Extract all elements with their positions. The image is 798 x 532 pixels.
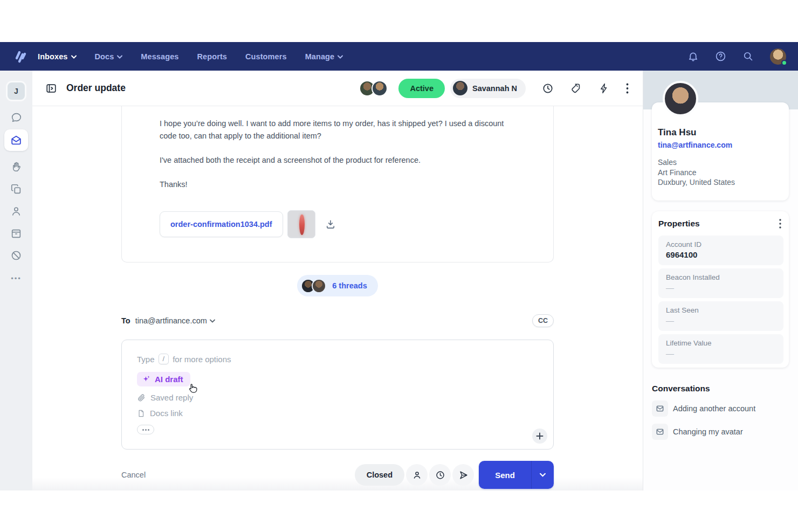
archive-box-icon[interactable] bbox=[10, 227, 22, 239]
attachment-image-thumbnail[interactable] bbox=[287, 210, 315, 238]
threads-expander[interactable]: 6 threads bbox=[297, 275, 377, 296]
left-rail: J bbox=[0, 71, 32, 490]
assignee-selector[interactable]: Savannah N bbox=[450, 79, 526, 98]
help-icon[interactable] bbox=[715, 51, 726, 62]
conversation-item-label: Adding another account bbox=[673, 404, 755, 413]
customer-name: Tina Hsu bbox=[658, 127, 782, 138]
conversation-list-item[interactable]: Adding another account bbox=[652, 400, 789, 417]
property-row[interactable]: Lifetime Value — bbox=[658, 334, 783, 364]
workflows-lightning-icon[interactable] bbox=[598, 82, 610, 94]
snooze-clock-icon[interactable] bbox=[542, 82, 554, 94]
nav-item-customers[interactable]: Customers bbox=[245, 52, 287, 61]
properties-list: Account ID 6964100 Beacon Installed — La… bbox=[658, 236, 783, 364]
download-icon[interactable] bbox=[325, 219, 336, 230]
customer-avatar[interactable] bbox=[663, 81, 698, 116]
envelope-icon bbox=[652, 424, 668, 440]
property-row[interactable]: Beacon Installed — bbox=[658, 268, 783, 298]
mouse-cursor-pointer bbox=[187, 383, 198, 394]
nav-item-inboxes[interactable]: Inboxes bbox=[38, 52, 77, 61]
to-label: To bbox=[121, 316, 130, 325]
property-label: Lifetime Value bbox=[666, 339, 776, 347]
rail-more-icon[interactable]: ••• bbox=[11, 274, 22, 282]
customer-details: Sales Art Finance Duxbury, United States bbox=[658, 157, 782, 188]
send-split-button: Send bbox=[479, 461, 554, 489]
search-icon[interactable] bbox=[742, 51, 754, 62]
customer-sidebar: Tina Hsu tina@artfinance.com Sales Art F… bbox=[643, 71, 798, 490]
status-badge[interactable]: Active bbox=[398, 79, 445, 98]
customers-person-icon[interactable] bbox=[10, 205, 22, 217]
ai-draft-label: AI draft bbox=[155, 375, 183, 384]
user-avatar[interactable] bbox=[770, 49, 786, 65]
chevron-down-icon bbox=[71, 55, 77, 59]
properties-header: Properties bbox=[658, 219, 783, 229]
slash-keycap: / bbox=[159, 354, 169, 364]
snooze-reply-clock-icon[interactable] bbox=[429, 464, 451, 486]
conversation-item-label: Changing my avatar bbox=[673, 427, 743, 436]
nav-item-docs[interactable]: Docs bbox=[95, 52, 123, 61]
conversation-list-item[interactable]: Changing my avatar bbox=[652, 424, 789, 440]
docs-link-option[interactable]: Docs link bbox=[137, 409, 183, 418]
send-options-chevron[interactable] bbox=[531, 461, 554, 489]
send-button[interactable]: Send bbox=[479, 461, 531, 489]
conversation-column: I hope you’re doing well. I want to add … bbox=[121, 106, 554, 489]
document-icon bbox=[137, 409, 145, 418]
ai-draft-option[interactable]: AI draft bbox=[137, 372, 190, 386]
participant-avatar[interactable] bbox=[372, 80, 388, 96]
property-row[interactable]: Account ID 6964100 bbox=[658, 236, 783, 265]
editor-placeholder: Type / for more options bbox=[137, 354, 538, 364]
nav-item-manage[interactable]: Manage bbox=[305, 52, 343, 61]
reply-footer-actions: Closed bbox=[355, 461, 554, 489]
cc-button[interactable]: CC bbox=[532, 314, 554, 327]
inbox-active-item[interactable] bbox=[4, 129, 28, 151]
collapse-sidebar-icon[interactable] bbox=[45, 82, 57, 94]
nav-item-reports[interactable]: Reports bbox=[197, 52, 227, 61]
attachments-row: order-confirmation1034.pdf bbox=[160, 210, 515, 238]
previous-conversations-section: Conversations Adding another account bbox=[652, 384, 789, 440]
add-attachment-plus-icon[interactable] bbox=[532, 429, 547, 444]
recipient-email[interactable]: tina@artfinance.com bbox=[135, 316, 207, 325]
conversations-title: Conversations bbox=[652, 384, 789, 393]
conversation-header-actions: Active Savannah N bbox=[359, 79, 629, 98]
property-value: — bbox=[666, 316, 776, 325]
more-kebab-icon[interactable] bbox=[626, 83, 629, 94]
recipient-chevron-icon[interactable] bbox=[210, 319, 215, 323]
raised-hand-icon[interactable] bbox=[10, 161, 22, 173]
property-row[interactable]: Last Seen — bbox=[658, 301, 783, 331]
assign-person-icon[interactable] bbox=[406, 464, 428, 486]
more-options-button[interactable] bbox=[137, 425, 154, 434]
set-status-closed-button[interactable]: Closed bbox=[355, 464, 404, 486]
copy-pages-icon[interactable] bbox=[10, 183, 22, 195]
inbox-envelope-icon bbox=[10, 134, 22, 146]
property-label: Beacon Installed bbox=[666, 273, 776, 281]
app-screenshot: Inboxes Docs Messages Reports Customers … bbox=[0, 0, 798, 532]
placeholder-suffix: for more options bbox=[173, 355, 231, 364]
notifications-bell-icon[interactable] bbox=[687, 51, 699, 62]
assignee-name: Savannah N bbox=[472, 84, 517, 93]
send-later-plane-icon[interactable] bbox=[452, 464, 474, 486]
attachment-pdf-link[interactable]: order-confirmation1034.pdf bbox=[160, 211, 283, 237]
nav-item-label: Manage bbox=[305, 52, 335, 61]
cancel-button[interactable]: Cancel bbox=[121, 471, 146, 479]
tag-icon[interactable] bbox=[570, 82, 582, 94]
assignee-avatar bbox=[453, 81, 467, 95]
customer-email-link[interactable]: tina@artfinance.com bbox=[658, 141, 782, 149]
conversation-pane: Order update Active Savannah N bbox=[32, 71, 643, 490]
saved-reply-option[interactable]: Saved reply bbox=[137, 393, 193, 402]
nav-item-label: Docs bbox=[95, 52, 114, 61]
chevron-down-icon bbox=[117, 55, 122, 59]
reply-editor[interactable]: Type / for more options AI draft bbox=[121, 340, 554, 450]
message-paragraph: I hope you’re doing well. I want to add … bbox=[160, 118, 515, 142]
saved-reply-label: Saved reply bbox=[150, 393, 193, 402]
customer-profile-card: Tina Hsu tina@artfinance.com Sales Art F… bbox=[652, 102, 789, 201]
nav-item-messages[interactable]: Messages bbox=[141, 52, 178, 61]
spam-blocked-icon[interactable] bbox=[10, 250, 22, 261]
brand-logo-icon[interactable] bbox=[12, 49, 28, 65]
property-value: — bbox=[666, 349, 776, 358]
customer-location: Duxbury, United States bbox=[658, 177, 782, 188]
threads-count-label: 6 threads bbox=[332, 281, 367, 290]
properties-title: Properties bbox=[658, 219, 700, 229]
properties-menu-kebab-icon[interactable] bbox=[779, 219, 781, 229]
workspace-badge[interactable]: J bbox=[6, 81, 26, 101]
chat-icon[interactable] bbox=[10, 112, 22, 123]
customer-profile-text: Tina Hsu tina@artfinance.com Sales Art F… bbox=[652, 102, 789, 188]
